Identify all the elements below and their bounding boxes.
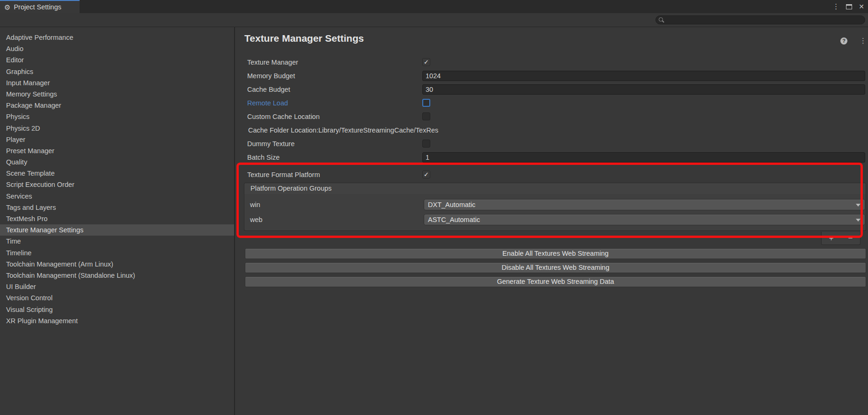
chevron-down-icon (856, 204, 861, 207)
maximize-icon[interactable] (846, 4, 852, 9)
remote-load-label[interactable]: Remote Load (247, 98, 421, 108)
search-icon (659, 17, 663, 22)
sidebar-item[interactable]: Editor (0, 54, 234, 66)
texture-manager-label: Texture Manager (247, 57, 421, 67)
action-button[interactable]: Enable All Textures Web Streaming (245, 248, 866, 259)
platform-win-label: win (250, 199, 344, 210)
dummy-texture-label: Dummy Texture (247, 139, 421, 149)
sidebar-item[interactable]: Audio (0, 43, 234, 54)
dummy-texture-checkbox[interactable] (422, 140, 430, 148)
sidebar-item[interactable]: Player (0, 134, 234, 145)
sidebar-item[interactable]: Input Manager (0, 77, 234, 89)
list-footer: + − (821, 232, 861, 245)
sidebar-item[interactable]: Memory Settings (0, 89, 234, 100)
memory-budget-label: Memory Budget (247, 71, 421, 81)
platform-web-dropdown[interactable]: ASTC_Automatic (424, 214, 865, 225)
platform-web-label: web (250, 214, 344, 225)
batch-size-label: Batch Size (247, 152, 421, 163)
add-item-button[interactable]: + (829, 233, 834, 244)
help-icon[interactable]: ? (840, 37, 847, 44)
texture-manager-checkbox[interactable]: ✓ (422, 58, 430, 66)
toolbar (0, 13, 868, 27)
sidebar-item[interactable]: Services (0, 191, 234, 202)
search-input[interactable] (655, 15, 865, 24)
sidebar-item[interactable]: Package Manager (0, 100, 234, 111)
custom-cache-location-checkbox[interactable] (422, 112, 430, 120)
sidebar-item[interactable]: Adaptive Performance (0, 32, 234, 43)
memory-budget-field[interactable] (422, 71, 865, 81)
window-titlebar: ⚙ Project Settings ⋮ ✕ (0, 0, 868, 13)
platform-win-dropdown[interactable]: DXT_Automatic (424, 199, 865, 210)
tab-title: Project Settings (14, 3, 61, 11)
sidebar-item[interactable]: XR Plugin Management (0, 315, 234, 326)
sidebar-item[interactable]: Timeline (0, 247, 234, 259)
platform-win-value: DXT_Automatic (428, 201, 476, 208)
texture-manager-settings-panel: Texture Manager Settings ? ⋮ Texture Man… (235, 27, 868, 415)
batch-size-field[interactable] (422, 152, 865, 163)
sidebar-item[interactable]: Quality (0, 156, 234, 168)
sidebar-item[interactable]: TextMesh Pro (0, 213, 234, 224)
tab-project-settings[interactable]: ⚙ Project Settings (0, 0, 80, 13)
texture-format-platform-checkbox[interactable]: ✓ (422, 170, 430, 178)
panel-menu-icon[interactable]: ⋮ (860, 37, 867, 45)
close-icon[interactable]: ✕ (859, 3, 864, 10)
platform-operation-groups-header: Platform Operation Groups (244, 183, 866, 194)
sidebar-item[interactable]: Script Execution Order (0, 179, 234, 190)
sidebar-item[interactable]: Version Control (0, 292, 234, 304)
remove-item-button[interactable]: − (848, 233, 853, 244)
sidebar-item[interactable]: Preset Manager (0, 145, 234, 156)
sidebar-item[interactable]: Physics (0, 111, 234, 122)
action-button[interactable]: Disable All Textures Web Streaming (245, 262, 866, 273)
settings-nav: Adaptive PerformanceAudioEditorGraphicsI… (0, 27, 234, 415)
platform-web-value: ASTC_Automatic (428, 216, 480, 223)
remote-load-checkbox[interactable] (422, 99, 430, 107)
texture-format-platform-label: Texture Format Platform (247, 170, 421, 180)
project-settings-window: ⚙ Project Settings ⋮ ✕ Adaptive Performa… (0, 0, 868, 415)
gear-icon: ⚙ (4, 4, 10, 11)
cache-budget-field[interactable] (422, 84, 865, 95)
sidebar-item[interactable]: Graphics (0, 66, 234, 77)
chevron-down-icon (856, 219, 861, 222)
sidebar-item[interactable]: Tags and Layers (0, 202, 234, 213)
sidebar-item[interactable]: Scene Template (0, 168, 234, 179)
sidebar-item[interactable]: Toolchain Management (Arm Linux) (0, 259, 234, 270)
sidebar-item[interactable]: Texture Manager Settings (0, 224, 234, 236)
window-menu-icon[interactable]: ⋮ (832, 2, 839, 11)
cache-folder-location-text: Cache Folder Location:Library/TextureStr… (248, 125, 438, 135)
action-button[interactable]: Generate Texture Web Streaming Data (245, 276, 866, 287)
custom-cache-location-label: Custom Cache Location (247, 111, 421, 122)
sidebar-item[interactable]: UI Builder (0, 281, 234, 292)
cache-budget-label: Cache Budget (247, 84, 421, 95)
page-title: Texture Manager Settings (244, 33, 364, 44)
sidebar-item[interactable]: Physics 2D (0, 123, 234, 134)
sidebar-item[interactable]: Toolchain Management (Standalone Linux) (0, 270, 234, 281)
sidebar-item[interactable]: Visual Scripting (0, 304, 234, 315)
sidebar-item[interactable]: Time (0, 236, 234, 247)
